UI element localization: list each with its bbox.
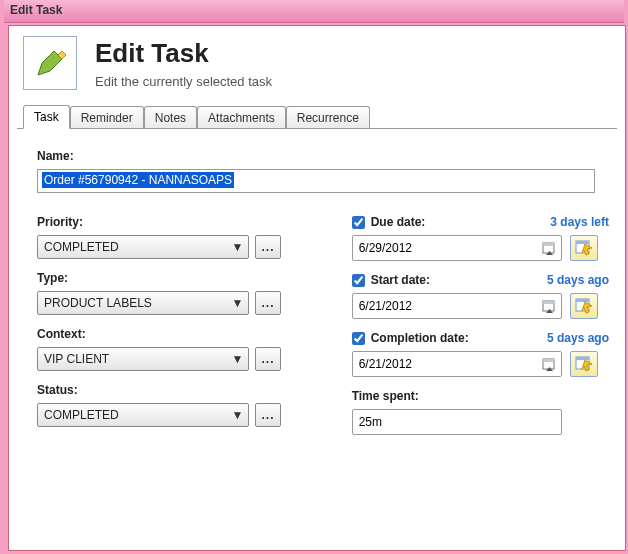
window-titlebar: Edit Task xyxy=(4,0,624,22)
chevron-down-icon: ▼ xyxy=(230,408,245,422)
dialog-title: Edit Task xyxy=(95,38,272,69)
tab-recurrence[interactable]: Recurrence xyxy=(286,106,370,129)
chevron-down-icon: ▼ xyxy=(230,352,245,366)
completion-date-relative: 5 days ago xyxy=(547,331,609,345)
svg-rect-5 xyxy=(543,243,554,246)
due-date-quick-button[interactable] xyxy=(570,235,598,261)
start-date-value: 6/21/2012 xyxy=(359,299,539,313)
due-date-input[interactable]: 6/29/2012 xyxy=(352,235,562,261)
status-combo[interactable]: COMPLETED ▼ xyxy=(37,403,249,427)
name-label: Name: xyxy=(37,149,609,163)
completion-date-value: 6/21/2012 xyxy=(359,357,539,371)
start-date-quick-button[interactable] xyxy=(570,293,598,319)
priority-value: COMPLETED xyxy=(44,240,230,254)
start-date-relative: 5 days ago xyxy=(547,273,609,287)
priority-more-button[interactable]: ... xyxy=(255,235,281,259)
svg-rect-20 xyxy=(576,357,589,360)
tab-reminder[interactable]: Reminder xyxy=(70,106,144,129)
svg-rect-14 xyxy=(576,299,589,302)
tab-notes[interactable]: Notes xyxy=(144,106,197,129)
tab-strip: Task Reminder Notes Attachments Recurren… xyxy=(23,104,625,128)
completion-date-quick-button[interactable] xyxy=(570,351,598,377)
dialog-header: Edit Task Edit the currently selected ta… xyxy=(9,26,625,104)
status-value: COMPLETED xyxy=(44,408,230,422)
timespent-label: Time spent: xyxy=(352,389,609,403)
completion-date-input[interactable]: 6/21/2012 xyxy=(352,351,562,377)
due-date-label: Due date: xyxy=(371,215,426,229)
tab-task[interactable]: Task xyxy=(23,105,70,129)
type-value: PRODUCT LABELS xyxy=(44,296,230,310)
priority-combo[interactable]: COMPLETED ▼ xyxy=(37,235,249,259)
chevron-down-icon: ▼ xyxy=(230,296,245,310)
name-value: Order #56790942 - NANNASOAPS xyxy=(42,172,234,188)
due-date-value: 6/29/2012 xyxy=(359,241,539,255)
due-date-relative: 3 days left xyxy=(550,215,609,229)
completion-date-label: Completion date: xyxy=(371,331,469,345)
dialog-panel: Edit Task Edit the currently selected ta… xyxy=(8,25,626,551)
calendar-drop-icon[interactable] xyxy=(539,299,561,314)
type-label: Type: xyxy=(37,271,332,285)
start-date-label: Start date: xyxy=(371,273,430,287)
completion-date-checkbox[interactable] xyxy=(352,332,365,345)
svg-rect-8 xyxy=(576,241,589,244)
edit-task-icon xyxy=(23,36,77,90)
status-label: Status: xyxy=(37,383,332,397)
svg-rect-11 xyxy=(543,301,554,304)
timespent-input[interactable] xyxy=(352,409,562,435)
name-input[interactable]: Order #56790942 - NANNASOAPS xyxy=(37,169,595,193)
status-more-button[interactable]: ... xyxy=(255,403,281,427)
dialog-subtitle: Edit the currently selected task xyxy=(95,74,272,89)
start-date-input[interactable]: 6/21/2012 xyxy=(352,293,562,319)
svg-rect-17 xyxy=(543,359,554,362)
context-combo[interactable]: VIP CLIENT ▼ xyxy=(37,347,249,371)
calendar-drop-icon[interactable] xyxy=(539,241,561,256)
tab-attachments[interactable]: Attachments xyxy=(197,106,286,129)
priority-label: Priority: xyxy=(37,215,332,229)
due-date-checkbox[interactable] xyxy=(352,216,365,229)
start-date-checkbox[interactable] xyxy=(352,274,365,287)
calendar-drop-icon[interactable] xyxy=(539,357,561,372)
chevron-down-icon: ▼ xyxy=(230,240,245,254)
context-more-button[interactable]: ... xyxy=(255,347,281,371)
type-combo[interactable]: PRODUCT LABELS ▼ xyxy=(37,291,249,315)
context-label: Context: xyxy=(37,327,332,341)
type-more-button[interactable]: ... xyxy=(255,291,281,315)
context-value: VIP CLIENT xyxy=(44,352,230,366)
